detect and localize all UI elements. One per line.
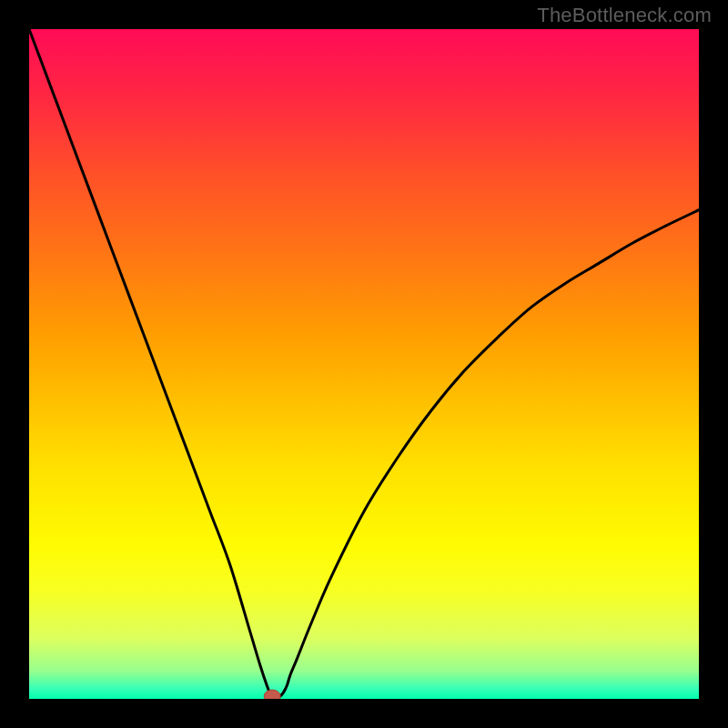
plot-gradient-background <box>29 29 699 699</box>
attribution-label: TheBottleneck.com <box>537 4 712 27</box>
bottleneck-chart <box>0 0 728 728</box>
